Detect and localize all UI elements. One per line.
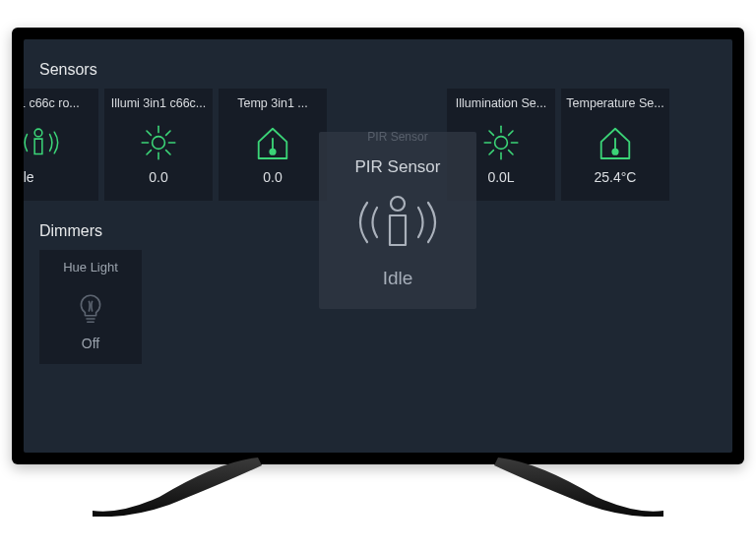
sensor-card-value: 0.0 [263, 169, 282, 185]
sensor-card-value: Idle [24, 169, 94, 185]
dimmer-card-title: Hue Light [63, 260, 118, 275]
svg-line-8 [166, 131, 170, 135]
tv-stand-leg-right [478, 458, 665, 517]
sensor-card-temp-2[interactable]: Temperature Se... 25.4°C [561, 89, 669, 201]
svg-line-6 [147, 131, 151, 135]
sensor-card-pir-partial[interactable]: n1 c66c ro... Idle [24, 89, 98, 201]
sensor-card-value: 0.0L [487, 169, 514, 185]
popup-value: Idle [383, 268, 413, 289]
popup-ghost-title: PIR Sensor [367, 130, 427, 144]
svg-line-18 [509, 131, 513, 135]
svg-point-20 [612, 150, 617, 154]
sensor-card-title: Illumination Se... [451, 96, 551, 110]
svg-point-23 [391, 197, 405, 211]
sensor-card-temp-1[interactable]: Temp 3in1 ... 0.0 [219, 89, 327, 201]
svg-line-7 [166, 151, 170, 154]
sensor-card-title: Illumi 3in1 c66c... [108, 96, 209, 110]
dimmer-card-hue[interactable]: Hue Light Off [39, 250, 142, 364]
sensor-card-title: Temp 3in1 ... [222, 96, 323, 110]
temp-house-icon [595, 118, 636, 167]
svg-point-11 [495, 137, 508, 150]
pir-icon [344, 183, 452, 262]
sensor-card-title: n1 c66c ro... [24, 96, 94, 110]
pir-icon [24, 118, 65, 167]
sensor-card-value: 25.4°C [595, 169, 637, 185]
sensor-card-illumination-1[interactable]: Illumi 3in1 c66c... [104, 89, 213, 201]
sensor-card-title: Temperature Se... [565, 96, 665, 110]
svg-line-16 [489, 131, 493, 135]
tv-stand-leg-left [91, 458, 278, 517]
sun-icon [481, 118, 521, 167]
popup-title: PIR Sensor [355, 157, 441, 177]
dashboard-screen: Sensors n1 c66c ro... [24, 39, 732, 453]
dimmer-card-value: Off [82, 336, 99, 351]
bulb-icon [75, 284, 106, 330]
svg-line-19 [489, 151, 493, 154]
svg-point-10 [270, 150, 275, 154]
tv-frame: Sensors n1 c66c ro... [12, 28, 744, 464]
sensor-card-value: 0.0 [149, 169, 167, 185]
sensors-section-title: Sensors [39, 61, 723, 79]
svg-line-9 [147, 151, 151, 154]
temp-house-icon [252, 118, 293, 167]
svg-point-1 [153, 137, 165, 150]
sensor-card-focused-pir[interactable]: PIR Sensor PIR Sensor Idle [319, 132, 476, 309]
svg-line-17 [509, 151, 513, 154]
svg-point-0 [34, 129, 42, 137]
sun-icon [139, 118, 178, 167]
